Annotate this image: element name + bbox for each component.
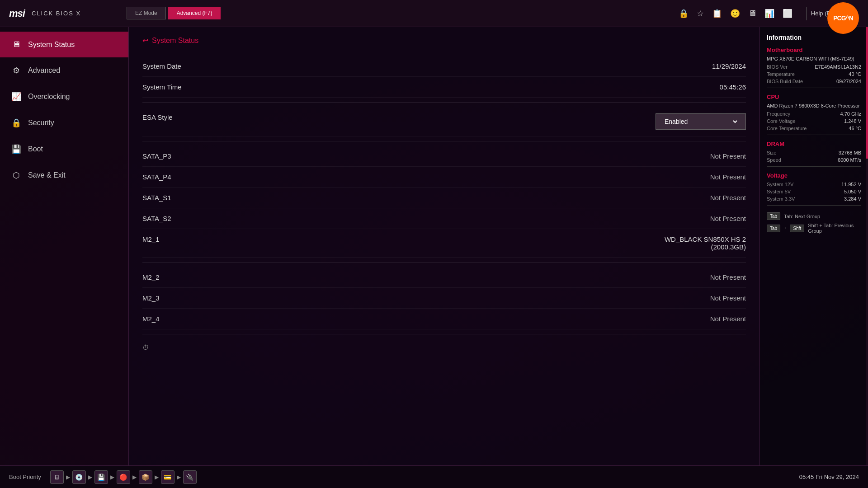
motherboard-model: MPG X870E CARBON WIFI (MS-7E49) [767,56,861,61]
content-wrapper: ↩ System Status System Date 11/29/2024 S… [142,36,746,356]
ez-mode-button[interactable]: EZ Mode [127,7,166,19]
core-voltage-row: Core Voltage 1.248 V [767,118,861,124]
divider-4 [142,334,746,334]
info-divider-1 [767,88,861,88]
sidebar-item-security[interactable]: 🔒 Security [0,110,128,136]
core-temp-label: Core Temperature [767,126,807,131]
system-date-label: System Date [142,62,181,70]
star-icon[interactable]: ☆ [697,9,704,19]
sidebar-item-save-exit[interactable]: ⬡ Save & Exit [0,162,128,188]
system-time-value[interactable]: 05:45:26 [720,83,746,91]
sidebar-item-system-status[interactable]: 🖥 System Status [0,32,128,57]
temperature-label: Temperature [767,71,795,77]
content-title: ↩ System Status [142,36,746,45]
esa-style-label: ESA Style [142,113,173,121]
tab-shortcut-text: Tab: Next Group [784,214,820,219]
pcgn-badge: PCG^N [827,2,859,34]
info-divider-4 [767,205,861,206]
advanced-mode-button[interactable]: Advanced (F7) [168,7,221,19]
save-exit-icon: ⬡ [11,170,21,180]
monitor-icon[interactable]: 🖥 [748,9,756,18]
system-time-label: System Time [142,83,182,91]
sys12v-label: System 12V [767,182,793,187]
sidebar-item-label-save-exit: Save & Exit [28,171,66,179]
boot-device-1[interactable]: 🖥 [50,470,64,484]
tab-key-badge: Tab [767,212,780,220]
sys33v-row: System 3.3V 3.284 V [767,196,861,202]
sata-s1-label: SATA_S1 [142,194,171,202]
esa-style-select[interactable]: Enabled Disabled [663,117,739,126]
boot-arrow-6: ▶ [177,474,181,480]
boot-device-3[interactable]: 💾 [94,470,108,484]
sata-p4-value: Not Present [710,173,746,181]
m2-2-label: M2_2 [142,273,160,281]
bios-build-date-value: 09/27/2024 [836,79,861,84]
boot-device-6[interactable]: 💳 [161,470,175,484]
boot-arrow-1: ▶ [66,474,70,480]
shift-badge: Shft [790,225,804,232]
face-icon[interactable]: 🙂 [730,9,740,19]
sata-s2-row: SATA_S2 Not Present [142,208,746,229]
overclocking-icon: 📈 [11,92,21,102]
divider-2 [142,141,746,141]
cpu-icon[interactable]: ⬜ [783,9,793,19]
sys33v-label: System 3.3V [767,196,795,202]
header-divider [806,7,807,20]
main-container: 🖥 System Status ⚙ Advanced 📈 Overclockin… [0,27,868,465]
sys12v-value: 11.952 V [841,182,861,187]
m2-3-row: M2_3 Not Present [142,288,746,309]
boot-device-2[interactable]: 💿 [72,470,86,484]
cpu-section-title: CPU [767,94,861,100]
dram-size-label: Size [767,150,776,155]
dram-size-value: 32768 MB [839,150,861,155]
divider-1 [142,102,746,103]
sata-p4-label: SATA_P4 [142,173,171,181]
sidebar-item-advanced[interactable]: ⚙ Advanced [0,57,128,84]
sata-p3-label: SATA_P3 [142,152,171,160]
sata-s1-value: Not Present [710,194,746,202]
m2-4-value: Not Present [710,315,746,323]
shift-tab-shortcut-text: Shift + Tab: Previous Group [808,223,861,234]
info-divider-2 [767,135,861,135]
boot-device-4[interactable]: 🔴 [117,470,130,484]
sys5v-value: 5.050 V [844,189,861,194]
chart-icon[interactable]: 📊 [764,9,774,19]
shortcuts-section: Tab Tab: Next Group Tab + Shft Shift + T… [767,212,861,234]
sata-s2-value: Not Present [710,215,746,222]
tab-badge-2: Tab [767,225,780,232]
boot-device-7[interactable]: 🔌 [183,470,197,484]
sys33v-value: 3.284 V [844,196,861,202]
sata-s2-label: SATA_S2 [142,215,171,222]
bios-build-date-label: BIOS Build Date [767,79,803,84]
sys5v-row: System 5V 5.050 V [767,189,861,194]
sidebar-item-label-boot: Boot [28,145,43,153]
bios-ver-row: BIOS Ver E7E49AMSI.1A13N2 [767,64,861,70]
sidebar-item-label-advanced: Advanced [28,66,60,75]
cpu-model: AMD Ryzen 7 9800X3D 8-Core Processor [767,103,861,108]
sata-p3-value: Not Present [710,152,746,160]
document-icon[interactable]: 📋 [712,9,722,19]
system-date-value[interactable]: 11/29/2024 [712,62,746,70]
sidebar-item-boot[interactable]: 💾 Boot [0,136,128,162]
sidebar-item-overclocking[interactable]: 📈 Overclocking [0,84,128,110]
info-panel: Information Motherboard MPG X870E CARBON… [760,27,868,465]
core-voltage-value: 1.248 V [844,118,861,124]
dram-speed-label: Speed [767,157,781,163]
temperature-row: Temperature 40 °C [767,71,861,77]
motherboard-section-title: Motherboard [767,47,861,53]
bottom-bar: Boot Priority 🖥 ▶ 💿 ▶ 💾 ▶ 🔴 ▶ 📦 ▶ 💳 ▶ 🔌 … [0,465,868,488]
boot-icon: 💾 [11,144,21,154]
header-icons: 🔒 ☆ 📋 🙂 🖥 📊 ⬜ [679,9,793,19]
boot-device-5[interactable]: 📦 [139,470,152,484]
shortcut-shift-tab-row: Tab + Shft Shift + Tab: Previous Group [767,223,861,234]
boot-arrow-5: ▶ [155,474,159,480]
m2-1-value: WD_BLACK SN850X HS 2(2000.3GB) [665,235,746,251]
esa-style-dropdown[interactable]: Enabled Disabled [656,113,746,130]
lock-icon[interactable]: 🔒 [679,9,689,19]
sidebar-item-label-overclocking: Overclocking [28,93,70,101]
voltage-section-title: Voltage [767,172,861,179]
sidebar-item-label-security: Security [28,119,54,127]
section-title: System Status [152,37,198,45]
advanced-icon: ⚙ [11,66,21,75]
clock-icon: ⏱ [142,344,149,351]
